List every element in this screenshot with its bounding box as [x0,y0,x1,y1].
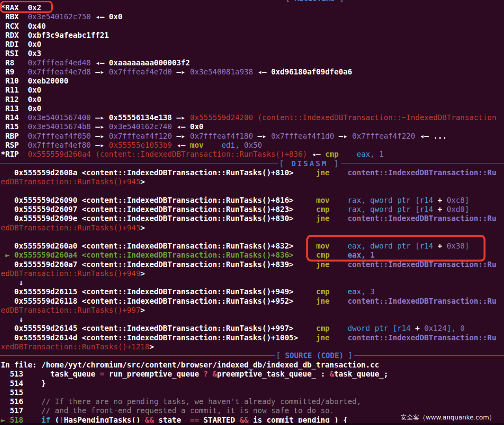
disasm-current-row: ► 0x555559d260a4 <content::IndexedDBTran… [1,251,504,260]
text-segment: 0x555559d24200 (content::IndexedDBTransa… [190,113,497,122]
text-segment: *RAX [1,3,19,12]
text-segment: RSP [1,141,19,149]
text-segment: cmp [316,251,330,259]
text-segment: mov [190,141,204,149]
watermark: 安全客（www.anquanke.com） [400,413,495,422]
text-segment: 1 [366,251,375,259]
disasm-row: 0x555559d26145 <content::IndexedDBTransa… [1,324,504,333]
text-segment: 0x124 [424,324,447,332]
text-segment: mov [316,241,330,250]
text-segment [19,150,28,158]
text-segment: 0x555559d26145 <content::IndexedDBTransa… [1,324,316,332]
source-section-header: [ SOURCE (CODE) ] [0,351,504,360]
text-segment: edi, [222,141,240,149]
text-segment: 0x7fffeaf4e7d0 [109,67,172,76]
registers-section-title: [ REGISTERS ] [284,0,345,3]
text-segment [330,333,348,342]
text-segment: ◂— 0xaaaaaaaa000003f2 [91,58,190,67]
text-segment: 0x7fffeaf4f180 [190,132,253,140]
disasm-flow-arrow: ↓ [1,278,504,287]
text-segment: ] [465,241,469,250]
text-segment [14,67,28,76]
text-segment: 0xeb20000 [19,76,69,85]
register-row-rcx: RCX 0x40 [1,22,504,31]
text-segment: 1 [375,150,384,158]
text-segment: [ [276,351,285,360]
text-segment: edDBTransaction::RunTasks()+997 [1,306,141,314]
text-segment: REGISTERS [295,0,335,2]
register-row-rip: *RIP 0x555559d260a4 (content::IndexedDBT… [1,150,504,159]
disasm-blank-row [1,232,504,241]
text-segment: 0x40 [19,22,46,30]
text-segment: ↓ [1,315,23,323]
registers-panel: *RAX 0x2 RBX 0x3e540162c750 ◂— 0x0 RCX 0… [1,3,504,159]
register-row-r10: R10 0xeb20000 [1,76,504,85]
register-row-r9: R9 0x7fffeaf4e7d8 —▸ 0x7fffeaf4e7d0 —▸ 0… [1,67,504,76]
text-segment: 0x555559d26097 <content::IndexedDBTransa… [1,205,316,213]
text-segment: 0x3e540162c740 [109,122,172,131]
text-segment: edDBTransaction::RunTasks()+945 [1,223,141,232]
bottom-strip [0,423,504,425]
section-rule [0,163,504,164]
text-segment: —▸ [172,113,190,122]
text-segment: 0x555559d2608a <content::IndexedDBTransa… [1,168,316,177]
register-row-rsp: RSP 0x7fffeaf4ef80 —▸ 0x55555e1053b9 ◂— … [1,141,504,150]
text-segment [294,251,316,259]
text-segment: —▸ [172,67,190,76]
text-segment [330,287,348,296]
text-segment: RSI [1,49,19,58]
register-row-rsi: RSI 0x3 [1,49,504,58]
register-row-rbp: RBP 0x7fffeaf4f050 —▸ 0x7fffeaf4f120 —▸ … [1,132,504,141]
disasm-row: 0x555559d260a0 <content::IndexedDBTransa… [1,241,504,251]
text-segment: 0 [460,324,465,332]
pwndbg-terminal[interactable]: [ REGISTERS ] *RAX 0x2 RBX 0x3e540162c75… [0,0,504,425]
disasm-row: 0x555559d260a7 <content::IndexedDBTransa… [1,260,504,269]
text-segment: & [213,369,217,378]
register-row-r14: R14 0x3e5401567400 —▸ 0x55556134e138 —▸ … [1,113,504,122]
text-segment [330,251,348,259]
text-segment [19,132,28,140]
text-segment: 0x555559d260a7 <content::IndexedDBTransa… [1,260,316,269]
text-segment: > [150,342,154,351]
disasm-row: 0x555559d2608a <content::IndexedDBTransa… [1,168,504,177]
text-segment: 0x7fffeaf4e7d8 [28,67,91,76]
text-segment: ◂— 0x0 [91,12,122,21]
disasm-row: 0x555559d2609e <content::IndexedDBTransa… [1,214,504,223]
text-segment: RBX [1,12,19,21]
text-segment: jne [316,260,330,269]
text-segment: rax, qword ptr [r14 [348,205,438,213]
source-file-path: In file: /home/yyt/chromium/src/content/… [1,360,504,369]
text-segment: ► 0x555559d260a4 <content::IndexedDBTran… [1,251,294,259]
text-segment: RDI [1,40,19,48]
text-segment: > [141,223,145,232]
text-segment: ↓ [1,278,23,287]
text-segment: DISASM [291,159,328,168]
disasm-row: 0x555559d26090 <content::IndexedDBTransa… [1,196,504,205]
text-segment: 0x3 [19,49,41,58]
text-segment: cmp [316,324,330,332]
text-segment: + [438,205,447,213]
text-segment: 517 [1,406,41,415]
disasm-row: 0x555559d26097 <content::IndexedDBTransa… [1,205,504,214]
text-segment: R14 [1,113,19,122]
text-segment: 0x3e54015674b8 [28,122,91,131]
text-segment [330,205,348,213]
text-segment: + [438,196,447,204]
text-segment: > [141,269,145,278]
text-segment: content::IndexedDBTransaction::Ru [348,168,497,177]
text-segment: content::IndexedDBTransaction::Ru [348,214,497,223]
text-segment: 0x3e540162c750 [28,12,91,21]
text-segment: edDBTransaction::RunTasks()+949 [1,269,141,278]
text-segment [204,141,222,149]
text-segment: 0x7fffeaf4f120 [109,132,172,140]
disasm-wrap-row: edDBTransaction::RunTasks()+949> [1,269,504,278]
text-segment [330,260,348,269]
text-segment [339,150,357,158]
disasm-section-title: [ DISASM ] [278,159,341,168]
text-segment: 0x555559d2609e <content::IndexedDBTransa… [1,214,316,223]
text-segment: 0x3e540081a938 [190,67,253,76]
text-segment [19,122,28,131]
register-row-r13: R13 0x0 [1,104,504,113]
text-segment: content::IndexedDBTransaction::Ru [348,333,497,342]
source-line-514: 514 } [1,379,504,388]
